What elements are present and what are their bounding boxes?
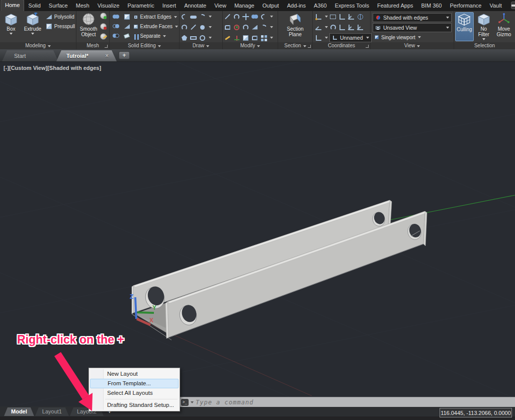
ucs-rotate-icon[interactable] — [315, 24, 322, 31]
ribbon-tab-view[interactable]: View — [210, 0, 230, 11]
ucs-world-icon[interactable] — [357, 13, 364, 21]
menu-item-drafting-standard-setup[interactable]: Drafting Standard Setup... — [90, 400, 179, 410]
chevron-down-icon[interactable] — [270, 26, 273, 28]
chevron-down-icon[interactable] — [209, 16, 212, 18]
extrude-button[interactable]: Extrude — [21, 12, 44, 41]
presspull-button[interactable]: Presspull — [45, 22, 75, 31]
draw-donut-icon[interactable] — [199, 34, 206, 42]
ribbon-tab-featured-apps[interactable]: Featured Apps — [373, 0, 417, 11]
modify-trim-icon[interactable] — [224, 13, 231, 21]
ucs-previous-icon[interactable] — [329, 24, 337, 31]
panel-label-view[interactable]: View — [371, 42, 454, 49]
modify-copy-icon[interactable] — [251, 13, 259, 21]
extrude-faces-button[interactable]: Extrude Faces — [133, 22, 178, 31]
model-tab[interactable]: Model — [4, 407, 34, 416]
draw-revision-cloud-icon[interactable] — [190, 13, 197, 21]
ribbon-tab-insert[interactable]: Insert — [158, 0, 181, 11]
move-gizmo-button[interactable]: Move Gizmo — [494, 12, 514, 41]
file-tab-start[interactable]: Start — [2, 50, 58, 61]
polysolid-button[interactable]: Polysolid — [45, 13, 75, 22]
ribbon-tab-a360[interactable]: A360 — [310, 0, 331, 11]
ucs-object-icon[interactable] — [348, 13, 355, 21]
close-icon[interactable]: × — [105, 52, 109, 59]
named-view-dropdown[interactable]: Unsaved View — [373, 23, 452, 32]
box-button[interactable]: Box — [1, 12, 21, 41]
union-icon[interactable] — [112, 13, 120, 21]
command-prompt-icon[interactable]: >_ — [181, 399, 189, 406]
culling-button[interactable]: Culling — [455, 12, 474, 41]
modify-fillet-icon[interactable] — [260, 24, 268, 31]
layout1-tab[interactable]: Layout1 — [35, 407, 69, 416]
modify-extend-icon[interactable] — [224, 24, 231, 31]
draw-polyline-icon[interactable] — [181, 24, 188, 31]
command-input-placeholder[interactable]: Type a command — [196, 399, 253, 406]
chevron-down-icon[interactable] — [325, 26, 328, 28]
chevron-down-icon[interactable] — [209, 37, 212, 39]
ucs-named-icon[interactable] — [315, 34, 322, 42]
ribbon-tab-surface[interactable]: Surface — [45, 0, 72, 11]
draw-rectangle-icon[interactable] — [190, 34, 197, 42]
chevron-down-icon[interactable] — [270, 16, 273, 18]
draw-line-icon[interactable] — [190, 24, 197, 31]
modify-3d-move-icon[interactable] — [242, 13, 249, 21]
panel-label-modeling[interactable]: Modeling — [0, 42, 76, 49]
file-tab-document[interactable]: Tutroial* × — [56, 50, 117, 61]
ucs-z-icon[interactable] — [338, 24, 346, 31]
viewport-controls-label[interactable]: [-][Custom View][Shaded with edges] — [4, 65, 101, 71]
ucs-icon[interactable] — [315, 13, 322, 21]
ucs-z-axis-vector-icon[interactable] — [348, 24, 355, 31]
viewport-config-dropdown[interactable]: Single viewport — [373, 33, 452, 42]
ribbon-tab-addins[interactable]: Add-ins — [283, 0, 310, 11]
chevron-down-icon[interactable] — [270, 37, 273, 39]
ribbon-display-toggle-icon[interactable] — [511, 2, 515, 9]
menu-item-select-all-layouts[interactable]: Select All Layouts — [90, 388, 179, 398]
mesh-refine-icon[interactable] — [100, 12, 107, 20]
modify-break-icon[interactable] — [260, 13, 268, 21]
ribbon-tab-output[interactable]: Output — [259, 0, 283, 11]
ucs-origin-icon[interactable] — [338, 13, 346, 21]
visual-style-dropdown[interactable]: Shaded with edges — [373, 13, 452, 22]
ribbon-tab-parametric[interactable]: Parametric — [123, 0, 158, 11]
panel-launcher-icon[interactable] — [105, 45, 108, 48]
chevron-down-icon[interactable] — [209, 26, 212, 28]
mesh-crease-icon[interactable] — [100, 33, 107, 40]
modify-offset-icon[interactable] — [242, 34, 249, 42]
command-line[interactable]: >_ Type a command — [179, 397, 515, 407]
draw-polygon-icon[interactable] — [181, 34, 188, 42]
panel-label-section[interactable]: Section — [278, 42, 312, 49]
panel-label-solid-editing[interactable]: Solid Editing — [110, 42, 179, 49]
3d-channel-solid[interactable] — [132, 200, 427, 340]
mesh-smooth-less-icon[interactable] — [100, 23, 107, 30]
separate-button[interactable]: Separate — [133, 32, 178, 41]
slice-icon[interactable] — [123, 13, 131, 21]
modify-align-icon[interactable] — [233, 34, 240, 42]
clean-icon[interactable] — [123, 32, 131, 40]
menu-item-from-template[interactable]: From Template... — [90, 379, 179, 388]
ucs-name-combobox[interactable]: Unnamed — [329, 33, 372, 42]
extract-edges-button[interactable]: Extract Edges — [133, 13, 178, 22]
modify-rotate-icon[interactable] — [242, 24, 249, 31]
draw-spline-icon[interactable] — [181, 13, 188, 21]
ribbon-tab-mesh[interactable]: Mesh — [72, 0, 94, 11]
panel-label-mesh[interactable]: Mesh — [76, 42, 109, 49]
panel-launcher-icon[interactable] — [308, 45, 311, 48]
subtract-icon[interactable] — [112, 32, 120, 40]
ucs-3point-icon[interactable] — [357, 24, 364, 31]
modify-mirror-icon[interactable] — [251, 34, 259, 42]
ribbon-tab-performance[interactable]: Performance — [446, 0, 485, 11]
ribbon-tab-home[interactable]: Home — [1, 0, 24, 11]
panel-label-draw[interactable]: Draw — [180, 42, 222, 49]
ribbon-tab-annotate[interactable]: Annotate — [180, 0, 210, 11]
modify-explode-icon[interactable] — [224, 34, 231, 42]
panel-launcher-icon[interactable] — [366, 45, 369, 48]
menu-item-new-layout[interactable]: New Layout — [90, 369, 179, 379]
draw-arc-icon[interactable] — [199, 13, 206, 21]
ribbon-tab-vault[interactable]: Vault — [485, 0, 505, 11]
ribbon-tab-bim360[interactable]: BIM 360 — [417, 0, 446, 11]
smooth-object-button[interactable]: Smooth Object — [77, 12, 100, 41]
ribbon-tab-solid[interactable]: Solid — [24, 0, 44, 11]
section-plane-button[interactable]: Section Plane — [281, 12, 309, 41]
modify-array-icon[interactable] — [260, 34, 268, 42]
panel-label-modify[interactable]: Modify — [223, 42, 278, 49]
chevron-down-icon[interactable] — [325, 16, 328, 18]
